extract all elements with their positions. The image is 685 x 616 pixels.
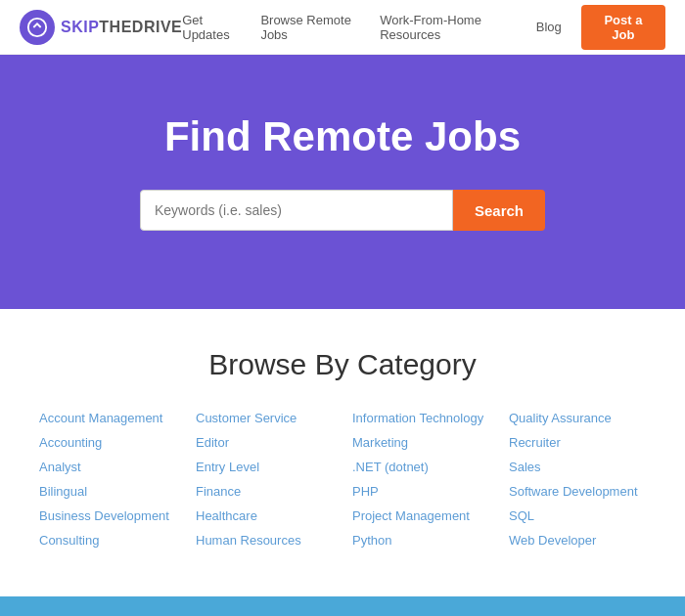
nav-wfh-resources[interactable]: Work-From-Home Resources: [380, 13, 517, 42]
category-col-2: Customer Service Editor Entry Level Fina…: [196, 411, 333, 548]
category-quality-assurance[interactable]: Quality Assurance: [509, 411, 646, 425]
logo-icon: [20, 10, 55, 45]
category-entry-level[interactable]: Entry Level: [196, 460, 333, 474]
category-bilingual[interactable]: Bilingual: [39, 484, 176, 499]
category-project-management[interactable]: Project Management: [352, 508, 489, 523]
category-accounting[interactable]: Accounting: [39, 435, 176, 450]
category-finance[interactable]: Finance: [196, 484, 333, 499]
hero-title: Find Remote Jobs: [20, 113, 665, 160]
nav-get-updates[interactable]: Get Updates: [182, 13, 241, 42]
category-col-3: Information Technology Marketing .NET (d…: [352, 411, 489, 548]
category-sql[interactable]: SQL: [509, 508, 646, 523]
category-web-developer[interactable]: Web Developer: [509, 533, 646, 548]
browse-section: Browse By Category Account Management Ac…: [0, 309, 685, 596]
category-editor[interactable]: Editor: [196, 435, 333, 450]
category-php[interactable]: PHP: [352, 484, 489, 499]
category-healthcare[interactable]: Healthcare: [196, 508, 333, 523]
category-sales[interactable]: Sales: [509, 460, 646, 474]
site-logo[interactable]: SKIPTHEDRIVE: [20, 10, 182, 45]
why-section: Why SkipTheDrive? SIMPLE SEARCH GREAT CO…: [0, 596, 685, 616]
category-grid: Account Management Accounting Analyst Bi…: [39, 411, 646, 548]
hero-section: Find Remote Jobs Search: [0, 55, 685, 309]
browse-heading: Browse By Category: [39, 348, 646, 381]
category-software-development[interactable]: Software Development: [509, 484, 646, 499]
category-net-dotnet[interactable]: .NET (dotnet): [352, 460, 489, 474]
category-col-1: Account Management Accounting Analyst Bi…: [39, 411, 176, 548]
category-col-4: Quality Assurance Recruiter Sales Softwa…: [509, 411, 646, 548]
category-human-resources[interactable]: Human Resources: [196, 533, 333, 548]
category-analyst[interactable]: Analyst: [39, 460, 176, 474]
svg-point-0: [28, 18, 46, 35]
nav-browse-jobs[interactable]: Browse Remote Jobs: [260, 13, 360, 42]
logo-text: SKIPTHEDRIVE: [61, 19, 182, 36]
category-marketing[interactable]: Marketing: [352, 435, 489, 450]
main-nav: Get Updates Browse Remote Jobs Work-From…: [182, 5, 665, 50]
category-information-technology[interactable]: Information Technology: [352, 411, 489, 425]
site-header: SKIPTHEDRIVE Get Updates Browse Remote J…: [0, 0, 685, 55]
category-python[interactable]: Python: [352, 533, 489, 548]
category-account-management[interactable]: Account Management: [39, 411, 176, 425]
post-job-button[interactable]: Post a Job: [581, 5, 665, 50]
search-bar: Search: [20, 190, 665, 231]
search-button[interactable]: Search: [453, 190, 545, 231]
category-consulting[interactable]: Consulting: [39, 533, 176, 548]
category-customer-service[interactable]: Customer Service: [196, 411, 333, 425]
nav-blog[interactable]: Blog: [536, 20, 562, 34]
search-input[interactable]: [140, 190, 453, 231]
category-recruiter[interactable]: Recruiter: [509, 435, 646, 450]
category-business-development[interactable]: Business Development: [39, 508, 176, 523]
